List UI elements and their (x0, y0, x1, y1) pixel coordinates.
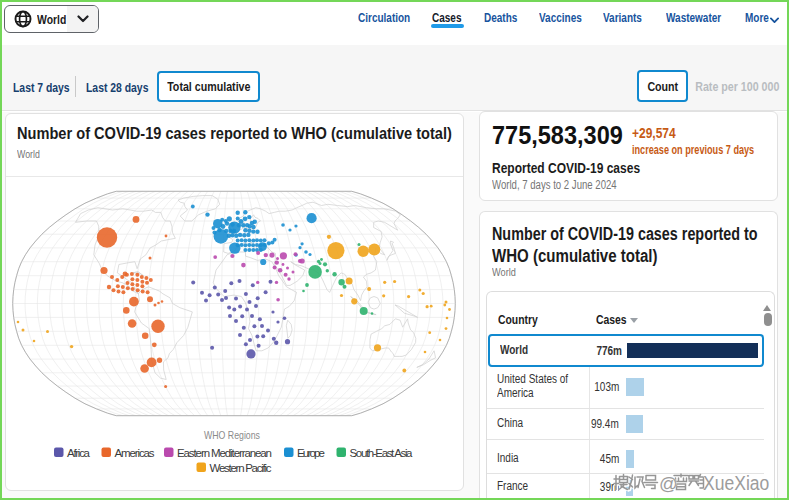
svg-text:Europe: Europe (297, 447, 325, 459)
svg-text:Africa: Africa (67, 447, 91, 459)
svg-text:Americas: Americas (115, 447, 155, 459)
svg-text:South-East Asia: South-East Asia (350, 447, 414, 459)
svg-text:Eastern Mediterranean: Eastern Mediterranean (177, 447, 272, 459)
svg-text:WHO Regions: WHO Regions (204, 429, 260, 441)
svg-text:Western Pacific: Western Pacific (210, 462, 272, 474)
svg-text:@: @ (659, 473, 678, 494)
svg-text:XueXiao: XueXiao (703, 472, 769, 494)
